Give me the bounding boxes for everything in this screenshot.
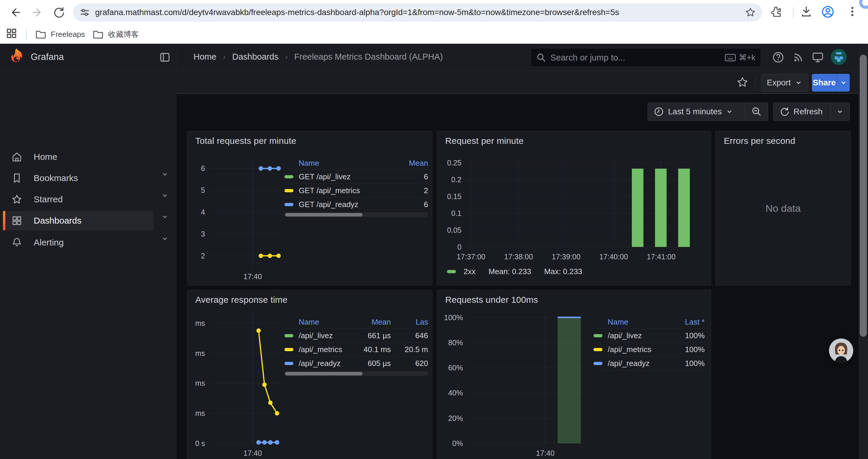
no-data-message: No data	[716, 131, 850, 285]
panel-request-per-minute: Request per minute 0.250.20.150.10.05017…	[437, 131, 711, 286]
news-rss-icon[interactable]	[792, 51, 805, 64]
svg-text:0.25: 0.25	[447, 159, 462, 167]
bookmark-label: Freeleaps	[51, 30, 85, 39]
chevron-down-icon	[836, 108, 843, 115]
series-color-swatch	[284, 348, 293, 351]
legend-row[interactable]: /api/_livez 100%	[593, 328, 705, 342]
svg-text:17:40:00: 17:40:00	[599, 253, 628, 261]
svg-text:2: 2	[201, 252, 205, 260]
breadcrumb-home[interactable]: Home	[193, 52, 216, 62]
brand-name[interactable]: Grafana	[31, 52, 64, 62]
browser-forward-button[interactable]	[30, 5, 44, 20]
favorite-star-icon[interactable]	[736, 76, 749, 89]
page-scrollbar[interactable]	[859, 44, 868, 459]
svg-text:0.1: 0.1	[451, 209, 462, 218]
legend-row[interactable]: /api/_metrics 100%	[593, 342, 705, 356]
nav-sidebar: Home Bookmarks Starred Dashboards Alerti…	[0, 71, 176, 459]
dashboards-icon	[11, 215, 23, 226]
user-avatar[interactable]	[831, 49, 847, 65]
legend-scrollbar[interactable]	[284, 371, 428, 376]
apps-grid-icon[interactable]	[5, 27, 20, 41]
legend-row[interactable]: GET /api/_livez 6	[284, 169, 428, 184]
legend-table: Name Last * /api/_livez 100% /api/_metri…	[593, 316, 705, 370]
search-input[interactable]	[550, 53, 725, 63]
legend-row[interactable]: /api/_metrics 40.1 ms 20.5 m	[284, 342, 428, 356]
share-button[interactable]: Share	[812, 74, 837, 92]
time-range-picker[interactable]: Last 5 minutes	[648, 103, 745, 121]
browser-menu-icon[interactable]	[845, 5, 860, 19]
legend-inline: 2xx Mean: 0.233 Max: 0.233	[447, 267, 582, 276]
zoom-out-button[interactable]	[745, 103, 768, 121]
legend-row[interactable]: GET /api/_metrics 2	[284, 184, 428, 197]
bar-chart[interactable]: 0.250.20.150.10.05017:37:0017:38:0017:39…	[442, 153, 705, 262]
extensions-icon[interactable]	[769, 5, 783, 19]
bar-chart[interactable]: 100%80%60%40%20%0%17:40	[442, 312, 596, 459]
bookmark-folder-blogs[interactable]: 收藏博客	[92, 27, 139, 41]
svg-text:100%: 100%	[444, 314, 463, 322]
chevron-down-icon[interactable]	[159, 169, 170, 179]
series-name[interactable]: 2xx	[464, 267, 475, 276]
panel-title[interactable]: Request per minute	[445, 136, 524, 146]
monitor-icon[interactable]	[811, 51, 824, 64]
breadcrumb-dashboards[interactable]: Dashboards	[232, 52, 278, 62]
scrollbar-thumb[interactable]	[860, 55, 867, 337]
browser-back-button[interactable]	[8, 5, 23, 20]
chevron-down-icon[interactable]	[159, 211, 170, 222]
zoom-out-icon	[751, 106, 762, 117]
bookmark-folder-freeleaps[interactable]: Freeleaps	[35, 27, 85, 41]
legend-row[interactable]: GET /api/_readyz 6	[284, 197, 428, 211]
refresh-interval-button[interactable]	[830, 103, 849, 121]
series-color-swatch	[284, 189, 293, 192]
sidebar-item-starred[interactable]: Starred	[3, 190, 154, 209]
legend-table: Name Mean GET /api/_livez 6 GET /api/_me…	[284, 157, 428, 217]
downloads-icon[interactable]	[800, 5, 814, 19]
refresh-button[interactable]: Refresh	[773, 103, 830, 121]
panel-title[interactable]: Average response time	[195, 295, 287, 305]
url-input[interactable]	[95, 8, 745, 17]
svg-text:40 ms: 40 ms	[193, 379, 205, 387]
brand-column: Grafana	[0, 44, 176, 71]
browser-profile-icon[interactable]	[821, 5, 835, 19]
screen: Freeleaps 收藏博客 Grafana	[0, 0, 868, 459]
scrollbar-thumb[interactable]	[285, 213, 363, 217]
legend-row[interactable]: /api/_livez 661 µs 646	[284, 328, 428, 342]
legend-row[interactable]: /api/_readyz 100%	[593, 356, 705, 370]
grafana-logo-icon[interactable]	[7, 47, 26, 66]
bookmark-star-icon[interactable]	[745, 7, 756, 18]
floating-assistant-avatar[interactable]	[829, 338, 853, 363]
line-chart[interactable]: 80 ms60 ms40 ms20 ms0 s17:40	[193, 307, 290, 458]
legend-row[interactable]: /api/_readyz 605 µs 620	[284, 356, 428, 370]
address-bar[interactable]	[73, 3, 762, 22]
legend-header: Name Mean Las	[284, 316, 428, 328]
sidebar-toggle-icon[interactable]	[159, 52, 171, 63]
scrollbar-thumb[interactable]	[285, 372, 363, 375]
legend-scrollbar[interactable]	[284, 212, 428, 217]
legend-table: Name Mean Las /api/_livez 661 µs 646 /ap…	[284, 316, 428, 376]
export-button[interactable]: Export	[761, 74, 808, 92]
chevron-down-icon[interactable]	[159, 233, 170, 244]
help-icon[interactable]	[772, 51, 785, 64]
sidebar-item-label: Bookmarks	[34, 173, 78, 183]
svg-text:20%: 20%	[448, 414, 463, 422]
svg-text:3: 3	[201, 230, 205, 238]
svg-text:60 ms: 60 ms	[193, 349, 205, 357]
chevron-down-icon[interactable]	[159, 190, 170, 201]
line-chart[interactable]: 6543217:40	[193, 158, 290, 281]
search-box[interactable]: ⌘+k	[531, 48, 761, 67]
bell-icon	[11, 237, 23, 248]
svg-text:0.05: 0.05	[447, 226, 462, 234]
series-color-swatch	[593, 362, 602, 365]
sidebar-item-dashboards[interactable]: Dashboards	[3, 211, 154, 230]
sidebar-item-home[interactable]: Home	[3, 147, 154, 167]
share-menu-button[interactable]	[837, 74, 850, 92]
panel-title[interactable]: Requests under 100ms	[445, 295, 538, 305]
share-split-button[interactable]: Share	[812, 74, 850, 92]
site-settings-icon[interactable]	[80, 7, 90, 18]
breadcrumb-separator: ›	[285, 52, 288, 62]
sidebar-item-alerting[interactable]: Alerting	[3, 233, 154, 252]
bookmarks-bar: Freeleaps 收藏博客	[0, 25, 868, 44]
panel-title[interactable]: Total requests per minute	[195, 136, 296, 146]
svg-text:80%: 80%	[448, 338, 463, 347]
sidebar-item-bookmarks[interactable]: Bookmarks	[3, 168, 154, 188]
browser-reload-button[interactable]	[52, 5, 66, 20]
